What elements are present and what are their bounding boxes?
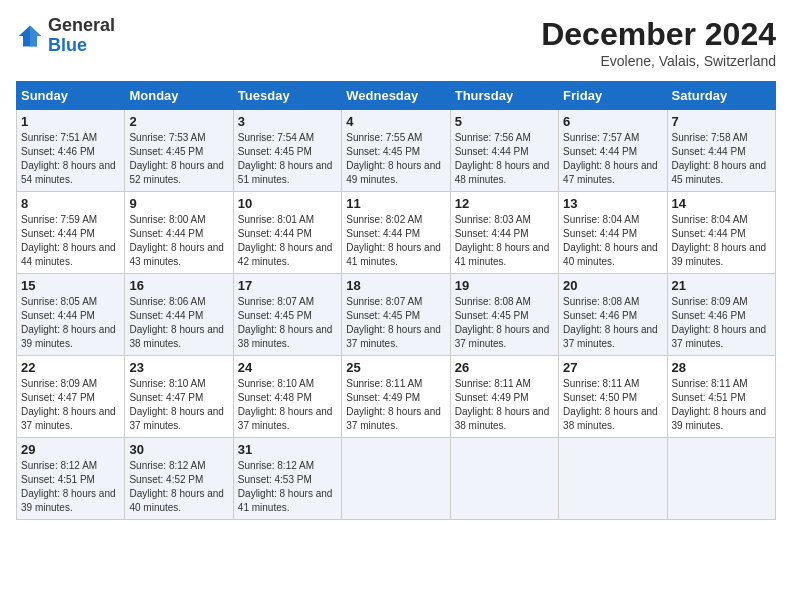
calendar-cell: 25Sunrise: 8:11 AMSunset: 4:49 PMDayligh…: [342, 356, 450, 438]
weekday-monday: Monday: [125, 82, 233, 110]
day-info: Sunrise: 8:11 AMSunset: 4:49 PMDaylight:…: [455, 377, 554, 433]
day-info: Sunrise: 7:57 AMSunset: 4:44 PMDaylight:…: [563, 131, 662, 187]
weekday-header-row: SundayMondayTuesdayWednesdayThursdayFrid…: [17, 82, 776, 110]
day-number: 8: [21, 196, 120, 211]
day-info: Sunrise: 8:00 AMSunset: 4:44 PMDaylight:…: [129, 213, 228, 269]
calendar-cell: 22Sunrise: 8:09 AMSunset: 4:47 PMDayligh…: [17, 356, 125, 438]
calendar-cell: 1Sunrise: 7:51 AMSunset: 4:46 PMDaylight…: [17, 110, 125, 192]
day-number: 5: [455, 114, 554, 129]
logo: General Blue: [16, 16, 115, 56]
weekday-thursday: Thursday: [450, 82, 558, 110]
day-info: Sunrise: 8:05 AMSunset: 4:44 PMDaylight:…: [21, 295, 120, 351]
calendar-cell: 23Sunrise: 8:10 AMSunset: 4:47 PMDayligh…: [125, 356, 233, 438]
day-info: Sunrise: 8:09 AMSunset: 4:47 PMDaylight:…: [21, 377, 120, 433]
week-row-3: 15Sunrise: 8:05 AMSunset: 4:44 PMDayligh…: [17, 274, 776, 356]
calendar-cell: 18Sunrise: 8:07 AMSunset: 4:45 PMDayligh…: [342, 274, 450, 356]
calendar-cell: 9Sunrise: 8:00 AMSunset: 4:44 PMDaylight…: [125, 192, 233, 274]
week-row-4: 22Sunrise: 8:09 AMSunset: 4:47 PMDayligh…: [17, 356, 776, 438]
calendar-cell: 24Sunrise: 8:10 AMSunset: 4:48 PMDayligh…: [233, 356, 341, 438]
day-info: Sunrise: 8:12 AMSunset: 4:51 PMDaylight:…: [21, 459, 120, 515]
day-info: Sunrise: 8:11 AMSunset: 4:51 PMDaylight:…: [672, 377, 771, 433]
day-number: 27: [563, 360, 662, 375]
day-info: Sunrise: 8:07 AMSunset: 4:45 PMDaylight:…: [346, 295, 445, 351]
day-number: 28: [672, 360, 771, 375]
day-info: Sunrise: 8:12 AMSunset: 4:52 PMDaylight:…: [129, 459, 228, 515]
day-number: 31: [238, 442, 337, 457]
calendar-cell: 17Sunrise: 8:07 AMSunset: 4:45 PMDayligh…: [233, 274, 341, 356]
calendar-cell: 31Sunrise: 8:12 AMSunset: 4:53 PMDayligh…: [233, 438, 341, 520]
day-info: Sunrise: 8:10 AMSunset: 4:48 PMDaylight:…: [238, 377, 337, 433]
calendar-cell: 3Sunrise: 7:54 AMSunset: 4:45 PMDaylight…: [233, 110, 341, 192]
week-row-2: 8Sunrise: 7:59 AMSunset: 4:44 PMDaylight…: [17, 192, 776, 274]
calendar-cell: [667, 438, 775, 520]
calendar-cell: 2Sunrise: 7:53 AMSunset: 4:45 PMDaylight…: [125, 110, 233, 192]
day-number: 25: [346, 360, 445, 375]
calendar-body: 1Sunrise: 7:51 AMSunset: 4:46 PMDaylight…: [17, 110, 776, 520]
calendar-cell: 15Sunrise: 8:05 AMSunset: 4:44 PMDayligh…: [17, 274, 125, 356]
location-subtitle: Evolene, Valais, Switzerland: [541, 53, 776, 69]
day-number: 9: [129, 196, 228, 211]
title-block: December 2024 Evolene, Valais, Switzerla…: [541, 16, 776, 69]
logo-blue: Blue: [48, 35, 87, 55]
day-info: Sunrise: 7:53 AMSunset: 4:45 PMDaylight:…: [129, 131, 228, 187]
svg-marker-1: [30, 25, 41, 46]
month-title: December 2024: [541, 16, 776, 53]
day-info: Sunrise: 8:02 AMSunset: 4:44 PMDaylight:…: [346, 213, 445, 269]
logo-text: General Blue: [48, 16, 115, 56]
calendar-cell: 12Sunrise: 8:03 AMSunset: 4:44 PMDayligh…: [450, 192, 558, 274]
day-number: 11: [346, 196, 445, 211]
day-info: Sunrise: 7:58 AMSunset: 4:44 PMDaylight:…: [672, 131, 771, 187]
day-number: 2: [129, 114, 228, 129]
weekday-wednesday: Wednesday: [342, 82, 450, 110]
day-info: Sunrise: 8:11 AMSunset: 4:50 PMDaylight:…: [563, 377, 662, 433]
day-number: 6: [563, 114, 662, 129]
calendar-cell: 5Sunrise: 7:56 AMSunset: 4:44 PMDaylight…: [450, 110, 558, 192]
day-info: Sunrise: 8:08 AMSunset: 4:46 PMDaylight:…: [563, 295, 662, 351]
week-row-1: 1Sunrise: 7:51 AMSunset: 4:46 PMDaylight…: [17, 110, 776, 192]
day-number: 22: [21, 360, 120, 375]
logo-general: General: [48, 15, 115, 35]
weekday-friday: Friday: [559, 82, 667, 110]
day-info: Sunrise: 7:55 AMSunset: 4:45 PMDaylight:…: [346, 131, 445, 187]
weekday-saturday: Saturday: [667, 82, 775, 110]
day-info: Sunrise: 8:11 AMSunset: 4:49 PMDaylight:…: [346, 377, 445, 433]
day-number: 30: [129, 442, 228, 457]
day-number: 24: [238, 360, 337, 375]
calendar-cell: 10Sunrise: 8:01 AMSunset: 4:44 PMDayligh…: [233, 192, 341, 274]
weekday-sunday: Sunday: [17, 82, 125, 110]
day-info: Sunrise: 7:59 AMSunset: 4:44 PMDaylight:…: [21, 213, 120, 269]
calendar-cell: 16Sunrise: 8:06 AMSunset: 4:44 PMDayligh…: [125, 274, 233, 356]
day-info: Sunrise: 7:54 AMSunset: 4:45 PMDaylight:…: [238, 131, 337, 187]
day-number: 20: [563, 278, 662, 293]
day-info: Sunrise: 8:04 AMSunset: 4:44 PMDaylight:…: [672, 213, 771, 269]
calendar-cell: 26Sunrise: 8:11 AMSunset: 4:49 PMDayligh…: [450, 356, 558, 438]
day-number: 3: [238, 114, 337, 129]
weekday-tuesday: Tuesday: [233, 82, 341, 110]
calendar-cell: 27Sunrise: 8:11 AMSunset: 4:50 PMDayligh…: [559, 356, 667, 438]
week-row-5: 29Sunrise: 8:12 AMSunset: 4:51 PMDayligh…: [17, 438, 776, 520]
calendar-cell: 28Sunrise: 8:11 AMSunset: 4:51 PMDayligh…: [667, 356, 775, 438]
day-info: Sunrise: 8:10 AMSunset: 4:47 PMDaylight:…: [129, 377, 228, 433]
day-number: 12: [455, 196, 554, 211]
calendar-cell: 30Sunrise: 8:12 AMSunset: 4:52 PMDayligh…: [125, 438, 233, 520]
calendar-cell: [450, 438, 558, 520]
day-number: 16: [129, 278, 228, 293]
calendar-cell: 21Sunrise: 8:09 AMSunset: 4:46 PMDayligh…: [667, 274, 775, 356]
day-info: Sunrise: 8:04 AMSunset: 4:44 PMDaylight:…: [563, 213, 662, 269]
calendar-cell: 14Sunrise: 8:04 AMSunset: 4:44 PMDayligh…: [667, 192, 775, 274]
calendar-table: SundayMondayTuesdayWednesdayThursdayFrid…: [16, 81, 776, 520]
day-number: 10: [238, 196, 337, 211]
day-info: Sunrise: 8:08 AMSunset: 4:45 PMDaylight:…: [455, 295, 554, 351]
calendar-cell: [559, 438, 667, 520]
calendar-cell: 6Sunrise: 7:57 AMSunset: 4:44 PMDaylight…: [559, 110, 667, 192]
day-info: Sunrise: 8:12 AMSunset: 4:53 PMDaylight:…: [238, 459, 337, 515]
calendar-cell: [342, 438, 450, 520]
page-header: General Blue December 2024 Evolene, Vala…: [16, 16, 776, 69]
day-info: Sunrise: 8:09 AMSunset: 4:46 PMDaylight:…: [672, 295, 771, 351]
day-number: 15: [21, 278, 120, 293]
day-number: 26: [455, 360, 554, 375]
day-number: 7: [672, 114, 771, 129]
calendar-cell: 11Sunrise: 8:02 AMSunset: 4:44 PMDayligh…: [342, 192, 450, 274]
day-number: 1: [21, 114, 120, 129]
calendar-cell: 20Sunrise: 8:08 AMSunset: 4:46 PMDayligh…: [559, 274, 667, 356]
